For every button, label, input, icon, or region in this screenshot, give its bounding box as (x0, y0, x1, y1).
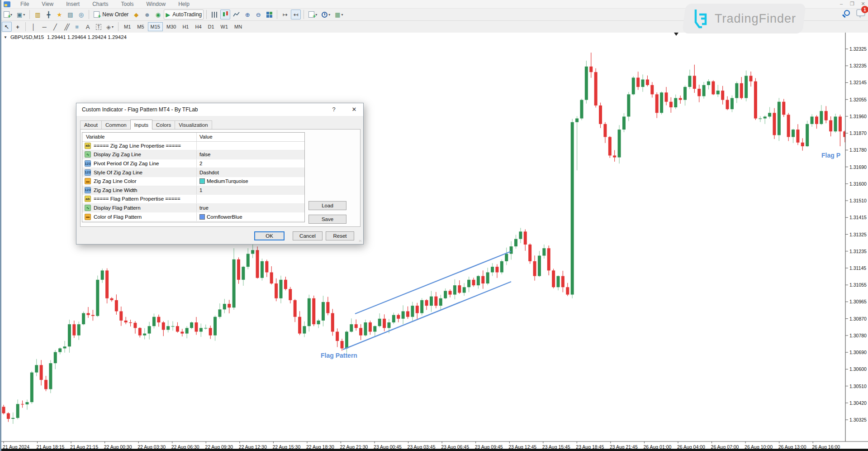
terminal-button[interactable]: ▤ (65, 10, 75, 19)
time-axis-label: 22 Aug 00:30 (104, 444, 132, 449)
cancel-button[interactable]: Cancel (293, 231, 323, 240)
variable-value[interactable]: false (197, 152, 304, 157)
ok-button[interactable]: OK (254, 231, 285, 240)
price-axis-label: 1.30600 (849, 366, 867, 372)
variable-value[interactable]: Dashdot (197, 170, 304, 175)
chat-bubble-icon[interactable]: 1 (856, 9, 865, 16)
table-row[interactable]: 123Style Of Zig Zag LineDashdot (82, 168, 304, 177)
templates-button[interactable]: ▦▾ (333, 10, 345, 19)
indicators-button[interactable]: +▾ (307, 10, 319, 19)
search-icon[interactable] (844, 10, 850, 16)
table-row[interactable]: ∿Display Zig Zag Linefalse (82, 150, 304, 159)
crosshair-button[interactable]: + (13, 22, 23, 32)
price-axis-label: 1.31325 (849, 232, 867, 237)
tf-h1-button[interactable]: H1 (180, 22, 191, 31)
data-window-button[interactable]: ╋ (43, 10, 53, 19)
line-chart-button[interactable] (231, 10, 242, 19)
vertical-line-button[interactable]: │ (28, 22, 38, 32)
alerts-button[interactable]: ◉ (153, 10, 163, 19)
cursor-button[interactable]: ↖ (2, 22, 12, 32)
variable-value[interactable]: 1 (197, 187, 304, 193)
table-row[interactable]: ▬Color of Flag PatternCornflowerBlue (82, 212, 304, 221)
tile-windows-button[interactable] (264, 10, 274, 19)
dialog-titlebar[interactable]: Custom Indicator - Flag Pattern MT4 - By… (76, 103, 363, 116)
tab-colors[interactable]: Colors (152, 120, 175, 130)
variable-value[interactable]: 2 (197, 161, 304, 166)
tf-m15-button[interactable]: M15 (148, 22, 163, 31)
price-axis-label: 1.30870 (849, 316, 867, 321)
zoom-in-button[interactable]: ⊕ (242, 10, 252, 19)
new-order-button[interactable]: + New Order (92, 10, 130, 19)
resize-grip[interactable]: ⁙ (358, 239, 362, 243)
variable-name: Color of Flag Pattern (94, 214, 142, 220)
minimize-button[interactable]: – (838, 1, 844, 7)
autotrading-button[interactable]: ▶ AutoTrading (164, 10, 204, 19)
community-button[interactable]: ☻ (142, 10, 152, 19)
variable-value[interactable]: CornflowerBlue (197, 214, 304, 220)
tf-h4-button[interactable]: H4 (192, 22, 204, 31)
new-chart-button[interactable]: +▾ (2, 10, 14, 19)
price-axis-label: 1.31055 (849, 282, 867, 288)
tab-common[interactable]: Common (101, 120, 131, 130)
trendline-button[interactable]: ╱ (50, 22, 60, 32)
table-row[interactable]: ab===== Flag Pattern Propertise ===== (82, 195, 304, 204)
tf-m1-button[interactable]: M1 (121, 22, 133, 31)
menu-insert[interactable]: Insert (60, 0, 86, 8)
table-row[interactable]: ▬Zig Zag Line ColorMediumTurquoise (82, 177, 304, 186)
save-button[interactable]: Save (308, 215, 346, 224)
tf-m30-button[interactable]: M30 (164, 22, 179, 31)
profiles-button[interactable]: ▣▾ (15, 10, 27, 19)
person-icon: ☻ (144, 12, 151, 18)
reset-button[interactable]: Reset (326, 231, 354, 240)
time-axis-label: 21 Aug 2024 (3, 444, 29, 449)
indicator-dialog[interactable]: Custom Indicator - Flag Pattern MT4 - By… (76, 103, 364, 245)
inputs-table[interactable]: Variable Value ab===== Zig Zag Line Prop… (82, 132, 305, 222)
table-row[interactable]: 123Zig Zag Line Width1 (82, 186, 304, 195)
bar-chart-button[interactable] (209, 10, 219, 19)
horizontal-line-button[interactable]: ─ (39, 22, 49, 32)
variable-name: Zig Zag Line Width (94, 187, 138, 193)
tf-mn-button[interactable]: MN (232, 22, 245, 31)
tf-m5-button[interactable]: M5 (134, 22, 147, 31)
candlestick-button[interactable] (220, 10, 230, 19)
strategy-tester-button[interactable]: ◎ (76, 10, 86, 19)
table-row[interactable]: ab===== Zig Zag Line Propertise ===== (82, 142, 304, 151)
auto-scroll-button[interactable]: ↦ (280, 10, 290, 19)
restore-button[interactable]: ❐ (849, 1, 855, 7)
sound-icon: ◉ (156, 12, 161, 18)
menu-view[interactable]: View (35, 0, 60, 8)
table-row[interactable]: 123Pivot Period Of Zig Zag Line2 (82, 159, 304, 168)
variable-value[interactable]: MediumTurquoise (197, 178, 304, 184)
chart-shift-button[interactable]: ↤ (291, 10, 301, 19)
shapes-button[interactable]: ◈▾ (104, 22, 115, 32)
variable-value[interactable]: true (197, 205, 304, 211)
menu-tools[interactable]: Tools (115, 0, 140, 8)
load-button[interactable]: Load (308, 201, 346, 210)
chart-shift-marker[interactable] (674, 33, 678, 36)
tab-visualization[interactable]: Visualization (175, 120, 212, 130)
channel-button[interactable]: ╱╱ (61, 22, 71, 32)
menu-charts[interactable]: Charts (86, 0, 114, 8)
tab-inputs[interactable]: Inputs (130, 120, 152, 130)
dialog-help-button[interactable]: ? (330, 106, 338, 113)
periods-button[interactable]: ▾ (320, 10, 332, 19)
profiles-icon: ▣ (17, 12, 22, 18)
zoom-out-button[interactable]: ⊖ (253, 10, 263, 19)
tf-d1-button[interactable]: D1 (205, 22, 217, 31)
menu-file[interactable]: File (14, 0, 35, 8)
variable-name: Zig Zag Line Color (94, 178, 137, 184)
chevron-down-icon[interactable]: ▼ (4, 35, 7, 39)
tf-w1-button[interactable]: W1 (218, 22, 231, 31)
label-tool-button[interactable]: T (94, 22, 104, 32)
notification-badge: 1 (861, 6, 868, 13)
fibonacci-button[interactable]: ≡ (72, 22, 82, 32)
navigator-button[interactable]: ★ (54, 10, 64, 19)
menu-window[interactable]: Window (140, 0, 172, 8)
menu-help[interactable]: Help (172, 0, 196, 8)
text-tool-button[interactable]: A (83, 22, 93, 32)
metaeditor-button[interactable]: ◆ (131, 10, 141, 19)
market-watch-button[interactable]: ▥ (33, 10, 43, 19)
tab-about[interactable]: About (80, 120, 102, 130)
table-row[interactable]: ∿Display Flag Patterntrue (82, 204, 304, 213)
dialog-close-button[interactable]: ✕ (350, 106, 358, 113)
